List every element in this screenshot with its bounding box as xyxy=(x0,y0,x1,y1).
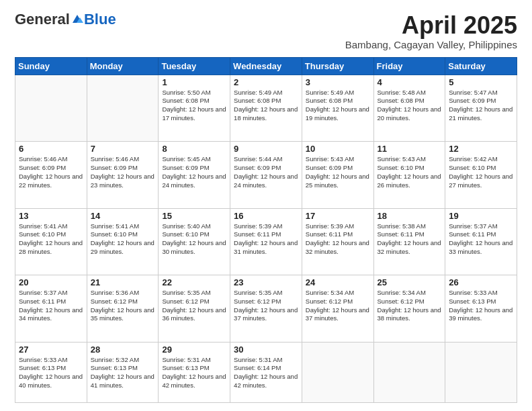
day-number: 13 xyxy=(19,211,83,221)
day-number: 29 xyxy=(162,345,226,355)
day-info: Sunrise: 5:33 AM Sunset: 6:13 PM Dayligh… xyxy=(449,289,513,323)
day-info: Sunrise: 5:37 AM Sunset: 6:11 PM Dayligh… xyxy=(19,289,83,323)
table-row: 29Sunrise: 5:31 AM Sunset: 6:13 PM Dayli… xyxy=(159,342,230,402)
logo: General Blue xyxy=(15,12,116,27)
day-info: Sunrise: 5:38 AM Sunset: 6:11 PM Dayligh… xyxy=(378,222,442,257)
day-number: 16 xyxy=(234,211,298,221)
table-row xyxy=(373,342,445,402)
title-month-year: April 2025 xyxy=(345,12,517,39)
table-row: 21Sunrise: 5:36 AM Sunset: 6:12 PM Dayli… xyxy=(87,275,159,342)
day-number: 15 xyxy=(162,211,226,221)
table-row: 8Sunrise: 5:45 AM Sunset: 6:09 PM Daylig… xyxy=(159,142,230,208)
logo-icon xyxy=(71,13,83,26)
table-row: 14Sunrise: 5:41 AM Sunset: 6:10 PM Dayli… xyxy=(87,208,159,275)
col-sunday: Sunday xyxy=(15,57,87,75)
day-number: 24 xyxy=(306,277,370,287)
day-number: 17 xyxy=(306,211,370,221)
table-row: 1Sunrise: 5:50 AM Sunset: 6:08 PM Daylig… xyxy=(159,75,230,141)
day-number: 23 xyxy=(234,277,298,287)
table-row xyxy=(445,342,517,402)
day-number: 7 xyxy=(91,144,155,154)
table-row: 16Sunrise: 5:39 AM Sunset: 6:11 PM Dayli… xyxy=(230,208,302,275)
table-row xyxy=(302,342,373,402)
table-row: 4Sunrise: 5:48 AM Sunset: 6:08 PM Daylig… xyxy=(373,75,445,141)
day-info: Sunrise: 5:39 AM Sunset: 6:11 PM Dayligh… xyxy=(234,222,298,257)
day-number: 1 xyxy=(162,77,226,87)
day-number: 30 xyxy=(234,345,298,355)
table-row: 19Sunrise: 5:37 AM Sunset: 6:11 PM Dayli… xyxy=(445,208,517,275)
day-info: Sunrise: 5:42 AM Sunset: 6:10 PM Dayligh… xyxy=(449,155,513,189)
day-number: 28 xyxy=(91,345,155,355)
day-info: Sunrise: 5:43 AM Sunset: 6:09 PM Dayligh… xyxy=(306,155,370,189)
table-row: 15Sunrise: 5:40 AM Sunset: 6:10 PM Dayli… xyxy=(159,208,230,275)
day-number: 27 xyxy=(19,345,83,355)
table-row: 20Sunrise: 5:37 AM Sunset: 6:11 PM Dayli… xyxy=(15,275,87,342)
day-number: 19 xyxy=(449,211,513,221)
title-location: Bambang, Cagayan Valley, Philippines xyxy=(345,39,517,50)
col-friday: Friday xyxy=(373,57,445,75)
day-info: Sunrise: 5:40 AM Sunset: 6:10 PM Dayligh… xyxy=(162,222,226,257)
table-row: 5Sunrise: 5:47 AM Sunset: 6:09 PM Daylig… xyxy=(445,75,517,141)
day-number: 12 xyxy=(449,144,513,154)
day-info: Sunrise: 5:49 AM Sunset: 6:08 PM Dayligh… xyxy=(306,89,370,123)
day-info: Sunrise: 5:50 AM Sunset: 6:08 PM Dayligh… xyxy=(162,89,226,123)
day-number: 8 xyxy=(162,144,226,154)
day-info: Sunrise: 5:45 AM Sunset: 6:09 PM Dayligh… xyxy=(162,155,226,189)
day-info: Sunrise: 5:46 AM Sunset: 6:09 PM Dayligh… xyxy=(19,155,83,189)
table-row: 26Sunrise: 5:33 AM Sunset: 6:13 PM Dayli… xyxy=(445,275,517,342)
day-number: 25 xyxy=(378,277,442,287)
table-row: 28Sunrise: 5:32 AM Sunset: 6:13 PM Dayli… xyxy=(87,342,159,402)
title-block: April 2025 Bambang, Cagayan Valley, Phil… xyxy=(345,12,517,50)
page: General Blue April 2025 Bambang, Cagayan… xyxy=(0,0,532,411)
day-number: 6 xyxy=(19,144,83,154)
day-info: Sunrise: 5:36 AM Sunset: 6:12 PM Dayligh… xyxy=(91,289,155,323)
day-number: 22 xyxy=(162,277,226,287)
table-row: 13Sunrise: 5:41 AM Sunset: 6:10 PM Dayli… xyxy=(15,208,87,275)
day-info: Sunrise: 5:35 AM Sunset: 6:12 PM Dayligh… xyxy=(162,289,226,323)
table-row: 12Sunrise: 5:42 AM Sunset: 6:10 PM Dayli… xyxy=(445,142,517,208)
table-row: 18Sunrise: 5:38 AM Sunset: 6:11 PM Dayli… xyxy=(373,208,445,275)
day-info: Sunrise: 5:48 AM Sunset: 6:08 PM Dayligh… xyxy=(378,89,442,123)
day-info: Sunrise: 5:49 AM Sunset: 6:08 PM Dayligh… xyxy=(234,89,298,123)
table-row: 22Sunrise: 5:35 AM Sunset: 6:12 PM Dayli… xyxy=(159,275,230,342)
day-info: Sunrise: 5:34 AM Sunset: 6:12 PM Dayligh… xyxy=(306,289,370,323)
day-number: 4 xyxy=(378,77,442,87)
table-row: 11Sunrise: 5:43 AM Sunset: 6:10 PM Dayli… xyxy=(373,142,445,208)
table-row: 9Sunrise: 5:44 AM Sunset: 6:09 PM Daylig… xyxy=(230,142,302,208)
table-row: 23Sunrise: 5:35 AM Sunset: 6:12 PM Dayli… xyxy=(230,275,302,342)
col-monday: Monday xyxy=(87,57,159,75)
day-info: Sunrise: 5:32 AM Sunset: 6:13 PM Dayligh… xyxy=(91,356,155,390)
table-row xyxy=(15,75,87,141)
day-number: 26 xyxy=(449,277,513,287)
day-info: Sunrise: 5:37 AM Sunset: 6:11 PM Dayligh… xyxy=(449,222,513,257)
day-number: 9 xyxy=(234,144,298,154)
table-row: 3Sunrise: 5:49 AM Sunset: 6:08 PM Daylig… xyxy=(302,75,373,141)
calendar-header-row: Sunday Monday Tuesday Wednesday Thursday… xyxy=(15,57,517,75)
day-info: Sunrise: 5:41 AM Sunset: 6:10 PM Dayligh… xyxy=(19,222,83,257)
table-row xyxy=(87,75,159,141)
table-row: 2Sunrise: 5:49 AM Sunset: 6:08 PM Daylig… xyxy=(230,75,302,141)
col-tuesday: Tuesday xyxy=(159,57,230,75)
day-number: 3 xyxy=(306,77,370,87)
day-number: 21 xyxy=(91,277,155,287)
header: General Blue April 2025 Bambang, Cagayan… xyxy=(15,12,517,50)
day-number: 14 xyxy=(91,211,155,221)
day-number: 18 xyxy=(378,211,442,221)
table-row: 10Sunrise: 5:43 AM Sunset: 6:09 PM Dayli… xyxy=(302,142,373,208)
col-wednesday: Wednesday xyxy=(230,57,302,75)
day-number: 5 xyxy=(449,77,513,87)
table-row: 27Sunrise: 5:33 AM Sunset: 6:13 PM Dayli… xyxy=(15,342,87,402)
day-info: Sunrise: 5:46 AM Sunset: 6:09 PM Dayligh… xyxy=(91,155,155,189)
table-row: 24Sunrise: 5:34 AM Sunset: 6:12 PM Dayli… xyxy=(302,275,373,342)
day-info: Sunrise: 5:33 AM Sunset: 6:13 PM Dayligh… xyxy=(19,356,83,390)
day-info: Sunrise: 5:43 AM Sunset: 6:10 PM Dayligh… xyxy=(378,155,442,189)
day-info: Sunrise: 5:39 AM Sunset: 6:11 PM Dayligh… xyxy=(306,222,370,257)
day-number: 20 xyxy=(19,277,83,287)
calendar-table: Sunday Monday Tuesday Wednesday Thursday… xyxy=(15,57,517,403)
col-thursday: Thursday xyxy=(302,57,373,75)
table-row: 17Sunrise: 5:39 AM Sunset: 6:11 PM Dayli… xyxy=(302,208,373,275)
day-number: 11 xyxy=(378,144,442,154)
logo-general-text: General xyxy=(15,12,70,27)
day-info: Sunrise: 5:34 AM Sunset: 6:12 PM Dayligh… xyxy=(378,289,442,323)
day-info: Sunrise: 5:41 AM Sunset: 6:10 PM Dayligh… xyxy=(91,222,155,257)
